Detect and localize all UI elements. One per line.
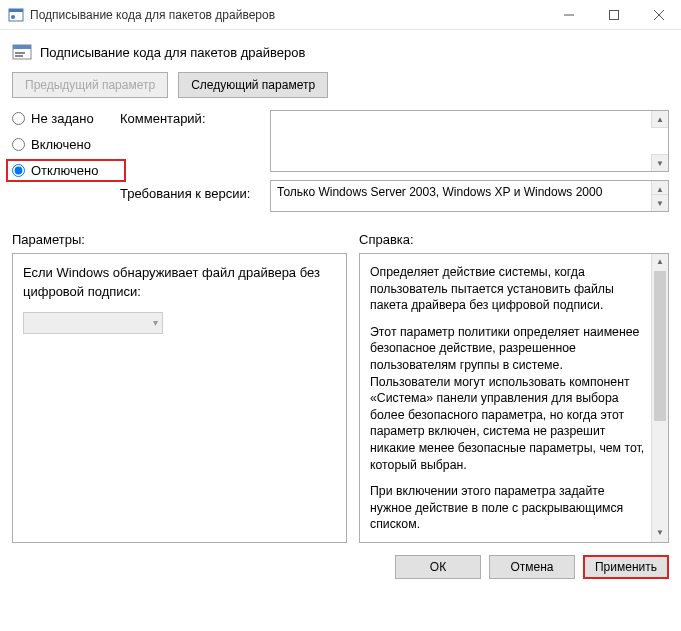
comment-textarea[interactable]: ▲ ▼	[270, 110, 669, 172]
scrollbar[interactable]: ▲ ▼	[651, 254, 668, 542]
ok-button[interactable]: ОК	[395, 555, 481, 579]
cancel-button[interactable]: Отмена	[489, 555, 575, 579]
svg-rect-9	[15, 52, 25, 54]
radio-not-configured-input[interactable]	[12, 112, 25, 125]
minimize-button[interactable]	[546, 0, 591, 30]
radio-enabled-input[interactable]	[12, 138, 25, 151]
svg-rect-10	[15, 55, 23, 57]
svg-rect-4	[609, 10, 618, 19]
scroll-down-icon[interactable]: ▼	[651, 154, 668, 171]
params-section-label: Параметры:	[12, 232, 359, 247]
help-panel: Определяет действие системы, когда польз…	[359, 253, 669, 543]
version-textarea[interactable]: Только Windows Server 2003, Windows XP и…	[270, 180, 669, 212]
params-dropdown[interactable]: ▾	[23, 312, 163, 334]
policy-icon	[12, 42, 32, 62]
help-text: Определяет действие системы, когда польз…	[370, 264, 646, 314]
radio-not-configured[interactable]: Не задано	[12, 111, 120, 126]
page-title: Подписывание кода для пакетов драйверов	[40, 45, 305, 60]
scroll-up-icon[interactable]: ▲	[652, 254, 668, 271]
help-text: При включении этого параметра задайте ну…	[370, 483, 646, 533]
params-description: Если Windows обнаруживает файл драйвера …	[23, 264, 336, 302]
version-label: Требования к версии:	[120, 178, 270, 212]
app-icon	[8, 7, 24, 23]
window-title: Подписывание кода для пакетов драйверов	[30, 8, 546, 22]
radio-disabled-input[interactable]	[12, 164, 25, 177]
scroll-down-icon[interactable]: ▼	[651, 194, 668, 211]
help-section-label: Справка:	[359, 232, 414, 247]
header: Подписывание кода для пакетов драйверов	[0, 30, 681, 72]
params-panel: Если Windows обнаруживает файл драйвера …	[12, 253, 347, 543]
next-setting-button[interactable]: Следующий параметр	[178, 72, 328, 98]
apply-button[interactable]: Применить	[583, 555, 669, 579]
scroll-up-icon[interactable]: ▲	[651, 111, 668, 128]
radio-enabled[interactable]: Включено	[12, 137, 120, 152]
maximize-button[interactable]	[591, 0, 636, 30]
version-value: Только Windows Server 2003, Windows XP и…	[277, 185, 602, 199]
comment-label: Комментарий:	[120, 110, 270, 172]
svg-point-2	[11, 15, 15, 19]
radio-label: Включено	[31, 137, 91, 152]
previous-setting-button: Предыдущий параметр	[12, 72, 168, 98]
svg-rect-1	[9, 9, 23, 12]
help-text: Этот параметр политики определяет наимен…	[370, 324, 646, 473]
highlight-box: Отключено	[6, 159, 126, 182]
scroll-down-icon[interactable]: ▼	[652, 525, 668, 542]
chevron-down-icon: ▾	[153, 317, 158, 328]
scrollbar-thumb[interactable]	[654, 271, 666, 421]
svg-rect-8	[13, 45, 31, 49]
close-button[interactable]	[636, 0, 681, 30]
titlebar: Подписывание кода для пакетов драйверов	[0, 0, 681, 30]
radio-label: Не задано	[31, 111, 94, 126]
radio-label: Отключено	[31, 163, 98, 178]
radio-disabled[interactable]: Отключено	[12, 163, 98, 178]
